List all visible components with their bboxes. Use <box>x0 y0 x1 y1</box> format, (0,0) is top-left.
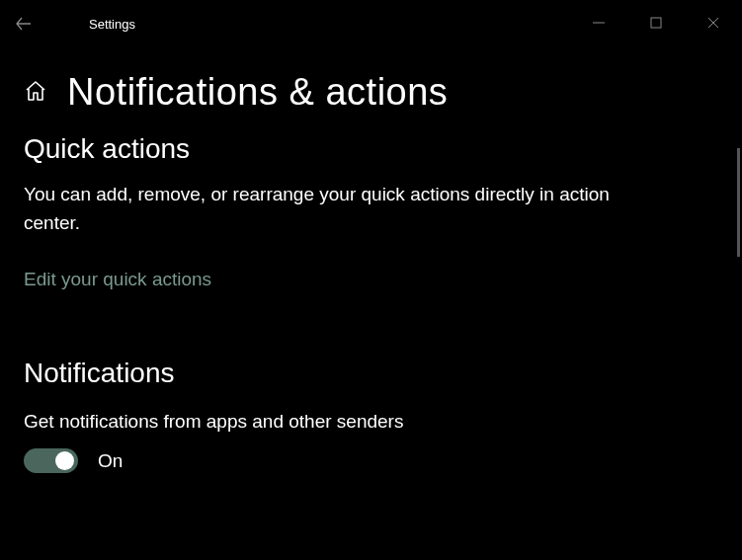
toggle-thumb <box>55 451 74 470</box>
close-icon <box>707 17 719 29</box>
maximize-button[interactable] <box>627 0 685 45</box>
close-button[interactable] <box>685 0 742 45</box>
home-icon[interactable] <box>24 79 47 107</box>
page-header: Notifications & actions <box>0 47 742 133</box>
maximize-icon <box>650 17 662 29</box>
svg-rect-0 <box>651 18 661 28</box>
minimize-button[interactable] <box>570 0 627 45</box>
back-arrow-icon <box>15 15 33 33</box>
title-bar: Settings <box>0 0 742 47</box>
notifications-toggle-label: Get notifications from apps and other se… <box>24 411 718 433</box>
notifications-toggle[interactable] <box>24 448 78 473</box>
content-area: Quick actions You can add, remove, or re… <box>0 133 742 473</box>
back-button[interactable] <box>0 0 47 47</box>
quick-actions-heading: Quick actions <box>24 133 718 165</box>
notifications-toggle-row: On <box>24 448 718 473</box>
minimize-icon <box>593 17 605 29</box>
scrollbar[interactable] <box>737 148 740 257</box>
edit-quick-actions-link[interactable]: Edit your quick actions <box>24 269 211 290</box>
notifications-toggle-status: On <box>98 450 123 472</box>
quick-actions-description: You can add, remove, or rearrange your q… <box>24 181 656 237</box>
page-title: Notifications & actions <box>67 71 448 114</box>
window-title: Settings <box>47 17 135 32</box>
notifications-heading: Notifications <box>24 358 718 389</box>
window-controls <box>570 0 742 47</box>
